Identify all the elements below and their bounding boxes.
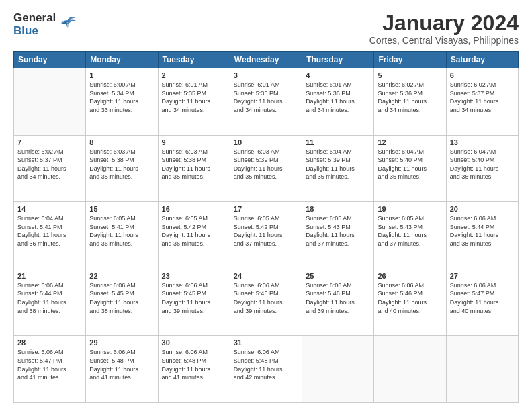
sunrise-text: Sunrise: 6:06 AM [162, 348, 226, 357]
daylight-minutes: and 37 minutes. [306, 240, 370, 248]
daylight-text: Daylight: 11 hours [234, 298, 298, 307]
sunset-text: Sunset: 5:48 PM [234, 357, 298, 365]
calendar-cell: 18Sunrise: 6:05 AMSunset: 5:43 PMDayligh… [302, 202, 374, 269]
calendar-cell: 23Sunrise: 6:06 AMSunset: 5:45 PMDayligh… [158, 269, 230, 336]
day-number: 29 [89, 338, 154, 347]
calendar-cell: 17Sunrise: 6:05 AMSunset: 5:42 PMDayligh… [230, 202, 302, 269]
logo-general: General [13, 12, 56, 25]
daylight-text: Daylight: 11 hours [234, 165, 298, 173]
day-info: Sunrise: 6:00 AMSunset: 5:34 PMDaylight:… [89, 81, 154, 114]
sunset-text: Sunset: 5:37 PM [17, 156, 82, 165]
day-info: Sunrise: 6:03 AMSunset: 5:38 PMDaylight:… [89, 148, 154, 181]
daylight-minutes: and 37 minutes. [378, 240, 442, 248]
calendar-cell: 16Sunrise: 6:05 AMSunset: 5:42 PMDayligh… [158, 202, 230, 269]
calendar-cell: 4Sunrise: 6:01 AMSunset: 5:36 PMDaylight… [302, 68, 374, 136]
sunrise-text: Sunrise: 6:01 AM [162, 81, 226, 89]
sunset-text: Sunset: 5:43 PM [378, 223, 442, 232]
daylight-minutes: and 40 minutes. [450, 307, 515, 316]
calendar-cell [14, 68, 86, 136]
day-info: Sunrise: 6:06 AMSunset: 5:48 PMDaylight:… [89, 348, 154, 381]
calendar-cell: 7Sunrise: 6:02 AMSunset: 5:37 PMDaylight… [14, 135, 86, 202]
daylight-minutes: and 39 minutes. [234, 307, 298, 316]
day-info: Sunrise: 6:02 AMSunset: 5:36 PMDaylight:… [378, 81, 442, 114]
sunrise-text: Sunrise: 6:04 AM [450, 148, 515, 156]
day-number: 5 [378, 71, 442, 79]
daylight-minutes: and 34 minutes. [450, 106, 515, 115]
sunset-text: Sunset: 5:46 PM [378, 289, 442, 298]
daylight-minutes: and 36 minutes. [162, 240, 226, 248]
daylight-text: Daylight: 11 hours [306, 165, 370, 173]
calendar-body: 1Sunrise: 6:00 AMSunset: 5:34 PMDaylight… [14, 68, 519, 403]
day-number: 16 [162, 205, 226, 213]
calendar-cell: 14Sunrise: 6:04 AMSunset: 5:41 PMDayligh… [14, 202, 86, 269]
day-number: 18 [306, 205, 370, 213]
day-number: 30 [162, 338, 226, 347]
day-info: Sunrise: 6:05 AMSunset: 5:41 PMDaylight:… [89, 214, 154, 248]
daylight-text: Daylight: 11 hours [17, 365, 82, 374]
sunrise-text: Sunrise: 6:01 AM [306, 81, 370, 89]
daylight-minutes: and 36 minutes. [17, 240, 82, 248]
calendar-cell: 30Sunrise: 6:06 AMSunset: 5:48 PMDayligh… [158, 336, 230, 403]
daylight-text: Daylight: 11 hours [234, 231, 298, 240]
sunrise-text: Sunrise: 6:06 AM [450, 281, 515, 290]
daylight-minutes: and 42 minutes. [234, 373, 298, 382]
daylight-text: Daylight: 11 hours [306, 97, 370, 106]
sunset-text: Sunset: 5:46 PM [234, 289, 298, 298]
day-info: Sunrise: 6:06 AMSunset: 5:45 PMDaylight:… [162, 281, 226, 315]
sunset-text: Sunset: 5:36 PM [378, 89, 442, 98]
calendar-cell: 3Sunrise: 6:01 AMSunset: 5:35 PMDaylight… [230, 68, 302, 136]
daylight-text: Daylight: 11 hours [17, 298, 82, 307]
day-info: Sunrise: 6:03 AMSunset: 5:38 PMDaylight:… [162, 148, 226, 181]
day-number: 7 [17, 138, 82, 146]
sunrise-text: Sunrise: 6:04 AM [378, 148, 442, 156]
sunset-text: Sunset: 5:40 PM [450, 156, 515, 165]
sunset-text: Sunset: 5:34 PM [89, 89, 154, 98]
col-saturday: Saturday [446, 52, 518, 68]
calendar-cell: 26Sunrise: 6:06 AMSunset: 5:46 PMDayligh… [374, 269, 446, 336]
calendar-cell: 20Sunrise: 6:06 AMSunset: 5:44 PMDayligh… [446, 202, 518, 269]
sunset-text: Sunset: 5:35 PM [234, 89, 298, 98]
calendar-cell [374, 336, 446, 403]
calendar-week-2: 7Sunrise: 6:02 AMSunset: 5:37 PMDaylight… [14, 135, 519, 202]
calendar-cell: 28Sunrise: 6:06 AMSunset: 5:47 PMDayligh… [14, 336, 86, 403]
calendar-cell: 21Sunrise: 6:06 AMSunset: 5:44 PMDayligh… [14, 269, 86, 336]
sunrise-text: Sunrise: 6:03 AM [89, 148, 154, 156]
day-info: Sunrise: 6:06 AMSunset: 5:46 PMDaylight:… [234, 281, 298, 315]
daylight-text: Daylight: 11 hours [234, 97, 298, 106]
calendar-cell: 11Sunrise: 6:04 AMSunset: 5:39 PMDayligh… [302, 135, 374, 202]
title-section: January 2024 Cortes, Central Visayas, Ph… [369, 12, 519, 46]
calendar-cell: 24Sunrise: 6:06 AMSunset: 5:46 PMDayligh… [230, 269, 302, 336]
day-number: 6 [450, 71, 515, 79]
day-number: 12 [378, 138, 442, 146]
sunset-text: Sunset: 5:48 PM [89, 357, 154, 365]
col-thursday: Thursday [302, 52, 374, 68]
location: Cortes, Central Visayas, Philippines [369, 35, 519, 46]
daylight-minutes: and 39 minutes. [306, 307, 370, 316]
day-info: Sunrise: 6:05 AMSunset: 5:42 PMDaylight:… [234, 214, 298, 248]
day-info: Sunrise: 6:01 AMSunset: 5:35 PMDaylight:… [234, 81, 298, 114]
calendar-cell [446, 336, 518, 403]
daylight-minutes: and 41 minutes. [89, 373, 154, 382]
daylight-minutes: and 38 minutes. [89, 307, 154, 316]
daylight-text: Daylight: 11 hours [306, 298, 370, 307]
daylight-minutes: and 40 minutes. [378, 307, 442, 316]
page: General Blue January 2024 Cortes, Centra… [0, 0, 532, 411]
daylight-text: Daylight: 11 hours [378, 165, 442, 173]
day-number: 11 [306, 138, 370, 146]
sunrise-text: Sunrise: 6:06 AM [450, 214, 515, 223]
sunrise-text: Sunrise: 6:06 AM [17, 281, 82, 290]
daylight-minutes: and 37 minutes. [234, 240, 298, 248]
sunset-text: Sunset: 5:38 PM [162, 156, 226, 165]
daylight-text: Daylight: 11 hours [378, 97, 442, 106]
logo-blue: Blue [13, 25, 56, 38]
daylight-text: Daylight: 11 hours [450, 298, 515, 307]
daylight-minutes: and 36 minutes. [450, 173, 515, 181]
daylight-text: Daylight: 11 hours [89, 298, 154, 307]
day-number: 9 [162, 138, 226, 146]
sunrise-text: Sunrise: 6:04 AM [306, 148, 370, 156]
calendar-cell: 25Sunrise: 6:06 AMSunset: 5:46 PMDayligh… [302, 269, 374, 336]
col-sunday: Sunday [14, 52, 86, 68]
day-number: 19 [378, 205, 442, 213]
calendar-cell: 27Sunrise: 6:06 AMSunset: 5:47 PMDayligh… [446, 269, 518, 336]
daylight-text: Daylight: 11 hours [450, 97, 515, 106]
